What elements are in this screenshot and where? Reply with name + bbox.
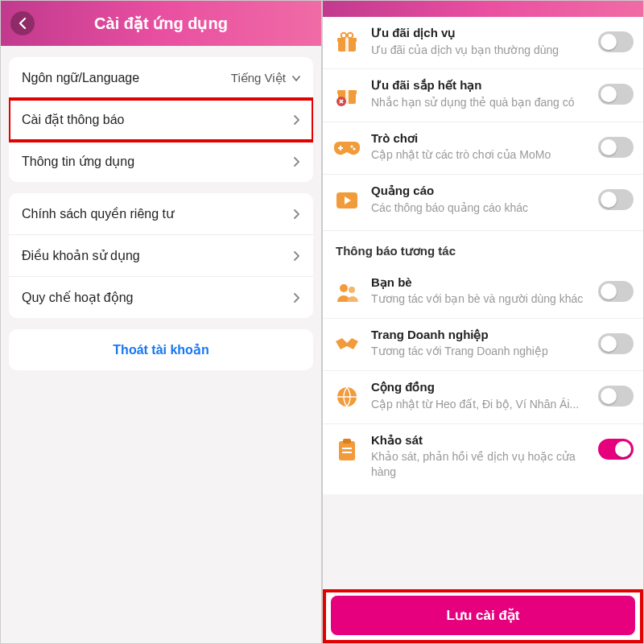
video-ad-icon (332, 186, 361, 215)
subtitle: Ưu đãi của dịch vụ bạn thường dùng (371, 43, 593, 58)
title: Bạn bè (371, 275, 593, 291)
gift-icon (332, 28, 361, 57)
subtitle: Tương tác với bạn bè và người dùng khác (371, 291, 593, 307)
svg-point-3 (341, 33, 346, 38)
chevron-down-icon (292, 76, 300, 82)
subtitle: Cập nhật từ Heo đất, Đi bộ, Ví Nhân Ái..… (371, 397, 593, 412)
save-button[interactable]: Lưu cài đặt (331, 596, 635, 635)
notif-row-community[interactable]: Cộng đồng Cập nhật từ Heo đất, Đi bộ, Ví… (323, 371, 643, 423)
toggle[interactable] (598, 84, 634, 105)
label: Ngôn ngữ/Language (22, 70, 139, 85)
svg-rect-18 (343, 439, 351, 444)
svg-rect-2 (345, 38, 349, 52)
title: Trò chơi (371, 130, 593, 147)
row-language[interactable]: Ngôn ngữ/Language Tiếng Việt (9, 57, 313, 99)
notif-row-survey[interactable]: Khảo sát Khảo sát, phản hồi về dịch vụ h… (323, 424, 643, 491)
group-title-interaction: Thông báo tương tác (323, 230, 643, 266)
subtitle: Các thông báo quảng cáo khác (371, 200, 593, 216)
toggle[interactable] (598, 31, 634, 52)
clipboard-icon (332, 436, 361, 464)
subtitle: Nhắc hạn sử dụng thẻ quà bạn đang có (371, 95, 593, 110)
subtitle: Tương tác với Trang Doanh nghiệp (371, 344, 593, 359)
header: Cài đặt ứng dụng (1, 1, 321, 46)
toggle[interactable] (598, 439, 634, 460)
game-controller-icon (332, 134, 361, 163)
logout-button[interactable]: Thoát tài khoản (9, 329, 313, 370)
settings-group-2: Chính sách quyền riêng tư Điều khoản sử … (9, 193, 313, 318)
notif-row-offers-expiring[interactable]: Ưu đãi sắp hết hạn Nhắc hạn sử dụng thẻ … (323, 69, 643, 122)
row-notification-settings[interactable]: Cài đặt thông báo (9, 99, 313, 141)
save-bar: Lưu cài đặt (323, 589, 643, 643)
row-operating-rules[interactable]: Quy chế hoạt động (9, 277, 313, 318)
globe-icon (332, 382, 361, 411)
toggle[interactable] (598, 386, 634, 407)
page-title: Cài đặt ứng dụng (1, 14, 321, 33)
label: Chính sách quyền riêng tư (22, 206, 174, 221)
toggle[interactable] (598, 189, 634, 210)
notif-row-service-offers[interactable]: Ưu đãi dịch vụ Ưu đãi của dịch vụ bạn th… (323, 17, 643, 69)
notification-group-2: Bạn bè Tương tác với bạn bè và người dùn… (323, 266, 643, 494)
toggle[interactable] (598, 333, 634, 354)
label: Quy chế hoạt động (22, 290, 134, 305)
svg-point-11 (350, 145, 353, 147)
value: Tiếng Việt (231, 71, 300, 85)
label: Cài đặt thông báo (22, 112, 124, 127)
notif-row-games[interactable]: Trò chơi Cập nhật từ các trò chơi của Mo… (323, 122, 643, 175)
right-phone: Ưu đãi dịch vụ Ưu đãi của dịch vụ bạn th… (322, 0, 644, 644)
row-terms[interactable]: Điều khoản sử dụng (9, 235, 313, 277)
row-privacy[interactable]: Chính sách quyền riêng tư (9, 193, 313, 235)
subtitle: Khảo sát, phản hồi về dịch vụ hoặc cửa h… (371, 449, 593, 480)
label: Điều khoản sử dụng (22, 248, 140, 263)
notif-row-business-page[interactable]: Trang Doanh nghiệp Tương tác với Trang D… (323, 319, 643, 371)
friends-icon (332, 278, 361, 307)
title: Cộng đồng (371, 379, 593, 395)
toggle[interactable] (598, 137, 634, 158)
svg-point-14 (340, 284, 348, 292)
chevron-right-icon (294, 293, 300, 303)
chevron-right-icon (294, 157, 300, 167)
svg-rect-10 (338, 147, 343, 149)
chevron-right-icon (294, 209, 300, 219)
subtitle: Cập nhật từ các trò chơi của MoMo (371, 147, 593, 163)
handshake-icon (332, 330, 361, 359)
svg-rect-17 (339, 441, 355, 460)
svg-rect-20 (342, 452, 352, 453)
title: Quảng cáo (371, 183, 593, 199)
notif-row-friends[interactable]: Bạn bè Tương tác với bạn bè và người dùn… (323, 266, 643, 319)
svg-rect-19 (342, 448, 352, 449)
svg-point-15 (349, 287, 355, 293)
title: Khảo sát (371, 432, 593, 448)
notification-group-1: Ưu đãi dịch vụ Ưu đãi của dịch vụ bạn th… (323, 17, 643, 230)
gift-expiring-icon (332, 80, 361, 109)
svg-point-12 (353, 147, 355, 150)
back-button[interactable] (10, 11, 35, 35)
header (323, 1, 643, 17)
toggle[interactable] (598, 281, 634, 302)
title: Trang Doanh nghiệp (371, 327, 593, 343)
left-phone: Cài đặt ứng dụng Ngôn ngữ/Language Tiếng… (0, 0, 322, 644)
chevron-right-icon (294, 251, 300, 261)
chevron-right-icon (294, 115, 300, 125)
title: Ưu đãi sắp hết hạn (371, 77, 593, 93)
notif-row-ads[interactable]: Quảng cáo Các thông báo quảng cáo khác (323, 175, 643, 226)
label: Thông tin ứng dụng (22, 154, 134, 169)
svg-point-4 (348, 33, 353, 38)
row-app-info[interactable]: Thông tin ứng dụng (9, 141, 313, 182)
title: Ưu đãi dịch vụ (371, 25, 593, 41)
settings-group-1: Ngôn ngữ/Language Tiếng Việt Cài đặt thô… (9, 57, 313, 182)
chevron-left-icon (19, 18, 27, 29)
